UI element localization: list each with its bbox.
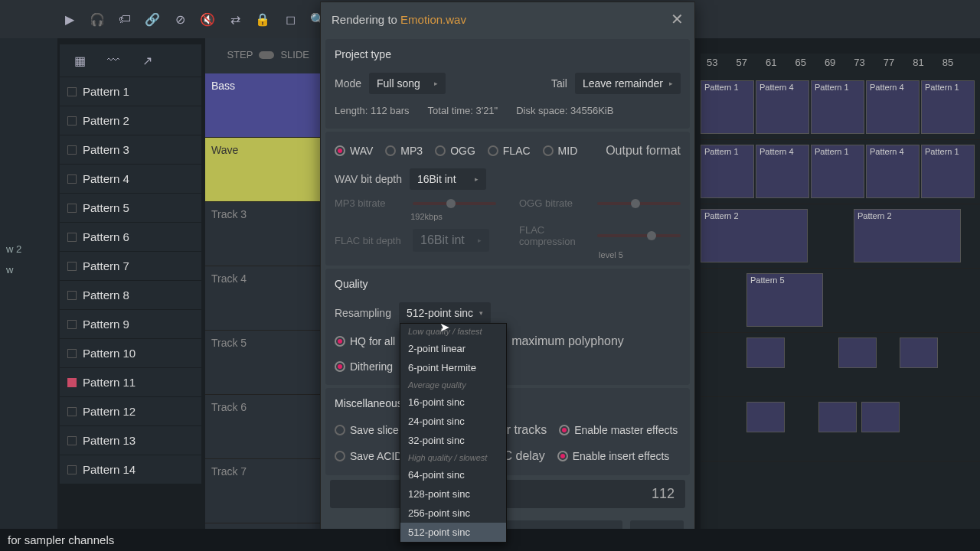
clip[interactable]: Pattern 1: [811, 145, 864, 198]
link-icon[interactable]: 🔗: [144, 11, 161, 28]
menu-header-low: Low quality / fastest: [400, 324, 506, 339]
clip[interactable]: Pattern 1: [811, 80, 864, 134]
mute-icon[interactable]: 🔇: [199, 11, 216, 28]
save-acid-checkbox[interactable]: Save ACID: [335, 450, 402, 462]
mp3-bitrate-slider[interactable]: [413, 202, 496, 205]
menu-item-512[interactable]: 512-point sinc: [400, 523, 506, 542]
clip[interactable]: Pattern 4: [866, 145, 920, 198]
track-3[interactable]: Track 3: [205, 202, 320, 266]
clip[interactable]: [838, 337, 877, 368]
clip[interactable]: Pattern 4: [756, 80, 809, 134]
clip[interactable]: [861, 402, 900, 432]
play-icon[interactable]: ▶: [61, 11, 78, 28]
chevron-right-icon: ▸: [475, 175, 479, 183]
clip[interactable]: Pattern 2: [701, 209, 808, 262]
pattern-list: ▦ 〰 ↗ Pattern 1 Pattern 2 Pattern 3 Patt…: [60, 44, 201, 484]
track-6[interactable]: Track 6: [205, 395, 320, 459]
pattern-item-14[interactable]: Pattern 14: [60, 455, 201, 484]
timeline[interactable]: 535761656973778185 Pattern 1 Pattern 4 P…: [701, 54, 980, 551]
resampling-dropdown[interactable]: 512-point sinc▾: [399, 302, 491, 324]
chevron-down-icon: ▾: [479, 309, 483, 317]
menu-item-6pt[interactable]: 6-point Hermite: [400, 358, 506, 377]
clip[interactable]: Pattern 5: [746, 273, 823, 327]
crop-icon[interactable]: ◻: [282, 11, 299, 28]
menu-header-avg: Average quality: [400, 377, 506, 393]
piano-icon[interactable]: ▦: [70, 54, 89, 67]
pattern-item-12[interactable]: Pattern 12: [60, 397, 201, 426]
format-ogg[interactable]: OGG: [435, 145, 475, 157]
menu-item-256[interactable]: 256-point sinc: [400, 504, 506, 523]
pattern-item-11[interactable]: Pattern 11: [60, 368, 201, 397]
format-wav[interactable]: WAV: [335, 145, 373, 157]
pattern-item-2[interactable]: Pattern 2: [60, 106, 201, 135]
clip[interactable]: Pattern 1: [701, 80, 754, 134]
flac-comp-label: FLAC compression: [519, 224, 588, 247]
clip[interactable]: [746, 337, 785, 368]
progress-bar: 112: [330, 480, 685, 508]
pattern-item-10[interactable]: Pattern 10: [60, 339, 201, 368]
menu-item-16[interactable]: 16-point sinc: [400, 393, 506, 412]
pattern-item-6[interactable]: Pattern 6: [60, 223, 201, 252]
flac-comp-slider[interactable]: [597, 234, 681, 237]
menu-item-64[interactable]: 64-point sinc: [400, 465, 506, 484]
tag-icon[interactable]: 🏷: [116, 11, 133, 28]
left-item-w2[interactable]: w 2: [0, 239, 57, 259]
pattern-item-4[interactable]: Pattern 4: [60, 165, 201, 194]
clip[interactable]: Pattern 1: [921, 145, 975, 198]
hq-checkbox[interactable]: HQ for all: [335, 335, 395, 347]
ogg-bitrate-slider[interactable]: [597, 202, 681, 205]
pattern-tabs: ▦ 〰 ↗: [60, 44, 201, 77]
swap-icon[interactable]: ⇄: [227, 11, 243, 28]
format-mid[interactable]: MID: [543, 145, 578, 157]
flac-depth-dropdown[interactable]: 16Bit int▸: [413, 229, 489, 252]
dithering-checkbox[interactable]: Dithering: [335, 360, 393, 373]
headphones-icon[interactable]: 🎧: [89, 11, 106, 28]
project-type-header: Project type: [335, 45, 681, 68]
clip[interactable]: Pattern 1: [701, 145, 754, 198]
menu-item-128[interactable]: 128-point sinc: [400, 484, 506, 504]
clip[interactable]: Pattern 4: [756, 145, 809, 198]
disk-space-info: Disk space: 34556KiB: [516, 105, 613, 116]
pattern-item-1[interactable]: Pattern 1: [60, 77, 201, 106]
dialog-titlebar[interactable]: Rendering to Emotion.wav ✕: [321, 2, 694, 36]
pattern-item-8[interactable]: Pattern 8: [60, 281, 201, 310]
clip[interactable]: [746, 402, 785, 432]
mode-dropdown[interactable]: Full song▸: [369, 73, 446, 94]
pattern-item-13[interactable]: Pattern 13: [60, 426, 201, 455]
save-slice-checkbox[interactable]: Save slice: [335, 424, 399, 436]
pattern-item-7[interactable]: Pattern 7: [60, 252, 201, 281]
track-7[interactable]: Track 7: [205, 459, 320, 523]
render-dialog: Rendering to Emotion.wav ✕ Project type …: [320, 2, 695, 551]
chevron-right-icon: ▸: [434, 80, 438, 87]
close-icon[interactable]: ✕: [671, 10, 684, 28]
menu-item-32[interactable]: 32-point sinc: [400, 431, 506, 450]
clip[interactable]: Pattern 2: [854, 209, 961, 262]
lock-icon[interactable]: 🔒: [254, 11, 271, 28]
left-item-w[interactable]: w: [0, 259, 57, 280]
automation-icon[interactable]: ↗: [138, 54, 156, 67]
tail-dropdown[interactable]: Leave remainder▸: [575, 73, 681, 94]
pattern-item-3[interactable]: Pattern 3: [60, 135, 201, 165]
format-flac[interactable]: FLAC: [488, 145, 531, 157]
clip[interactable]: [900, 337, 938, 368]
clip[interactable]: Pattern 1: [921, 80, 975, 134]
step-toggle[interactable]: [259, 51, 274, 59]
cancel-icon[interactable]: ⊘: [172, 11, 188, 28]
pattern-item-9[interactable]: Pattern 9: [60, 310, 201, 339]
master-fx-checkbox[interactable]: Enable master effects: [559, 424, 678, 436]
insert-fx-checkbox[interactable]: Enable insert effects: [557, 450, 670, 462]
menu-item-2pt[interactable]: 2-point linear: [400, 339, 506, 358]
mp3-bitrate-value: 192kbps: [403, 212, 449, 221]
track-5[interactable]: Track 5: [205, 331, 320, 395]
pattern-item-5[interactable]: Pattern 5: [60, 194, 201, 223]
menu-item-24[interactable]: 24-point sinc: [400, 412, 506, 431]
wav-depth-dropdown[interactable]: 16Bit int▸: [410, 168, 486, 190]
track-4[interactable]: Track 4: [205, 266, 320, 331]
wave-icon[interactable]: 〰: [104, 54, 122, 67]
format-mp3[interactable]: MP3: [385, 145, 423, 157]
flac-depth-label: FLAC bit depth: [335, 235, 403, 246]
clip[interactable]: Pattern 4: [866, 80, 920, 134]
track-bass[interactable]: Bass: [205, 73, 320, 138]
clip[interactable]: [818, 402, 857, 432]
track-wave[interactable]: Wave: [205, 138, 320, 202]
